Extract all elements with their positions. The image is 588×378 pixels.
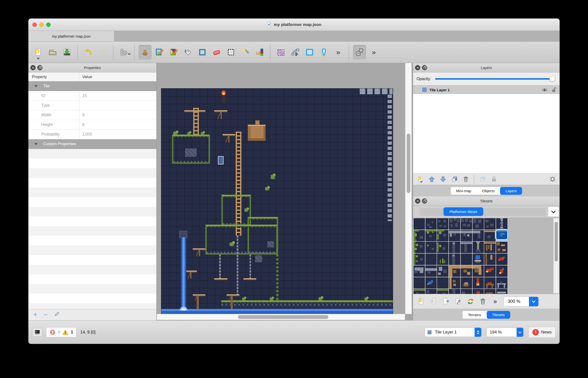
property-row-height[interactable]: Height8 bbox=[28, 120, 156, 130]
message-counters[interactable]: 0 1 bbox=[46, 327, 76, 337]
tool-more[interactable]: » bbox=[332, 45, 345, 59]
zoom-select[interactable]: 194 % bbox=[486, 328, 524, 337]
property-row-probability[interactable]: Probability1,000 bbox=[28, 130, 156, 139]
tileset-tile-20[interactable] bbox=[461, 242, 472, 253]
tileset-tile-54[interactable] bbox=[484, 289, 496, 294]
tileset-tile-52[interactable] bbox=[461, 289, 472, 294]
tool-wang-brush[interactable] bbox=[167, 45, 180, 59]
embed-tileset-button[interactable] bbox=[428, 296, 439, 307]
property-row-id[interactable]: ID15 bbox=[28, 91, 156, 101]
tileset-tile-1[interactable] bbox=[425, 218, 437, 230]
float-panel-icon[interactable] bbox=[422, 65, 427, 70]
tileset-tile-27[interactable] bbox=[449, 254, 460, 265]
tileset-zoom-chevron[interactable] bbox=[529, 297, 538, 306]
tileset-tile-3[interactable] bbox=[449, 218, 460, 230]
tileset-tile-9[interactable] bbox=[425, 230, 437, 241]
tileset-tile-31[interactable] bbox=[496, 254, 507, 265]
minimize-window-button[interactable] bbox=[39, 23, 44, 27]
tileset-tile-43[interactable] bbox=[449, 277, 460, 289]
tileset-tile-45[interactable] bbox=[473, 277, 484, 289]
tool-new-map[interactable] bbox=[32, 45, 45, 59]
property-row-width[interactable]: Width8 bbox=[28, 110, 156, 120]
edit-tileset-button[interactable] bbox=[453, 296, 463, 307]
unlocked-padlock-icon[interactable] bbox=[551, 87, 557, 93]
tileset-scrollbar-thumb[interactable] bbox=[555, 222, 558, 261]
tileset-tile-13[interactable] bbox=[473, 230, 484, 241]
tileset-tile-29[interactable] bbox=[473, 254, 484, 265]
remove-property-button[interactable]: − bbox=[44, 311, 48, 318]
new-tileset-button[interactable] bbox=[416, 296, 426, 307]
tileset-tile-25[interactable] bbox=[425, 254, 437, 265]
property-value[interactable] bbox=[79, 101, 156, 110]
tileset-tile-10[interactable] bbox=[437, 230, 448, 241]
float-panel-icon[interactable] bbox=[422, 198, 427, 204]
tab-layers[interactable]: Layers bbox=[500, 187, 522, 195]
float-panel-icon[interactable] bbox=[37, 65, 42, 70]
tool-bucket[interactable] bbox=[182, 45, 194, 59]
close-panel-icon[interactable]: ✕ bbox=[415, 198, 420, 204]
tileset-tile-6[interactable] bbox=[484, 218, 496, 230]
property-value[interactable]: 8 bbox=[79, 110, 156, 120]
tileset-tile-49[interactable] bbox=[425, 289, 437, 294]
console-toggle-button[interactable] bbox=[32, 328, 42, 336]
toggle-other-layers-button[interactable] bbox=[477, 175, 488, 184]
opacity-slider[interactable] bbox=[435, 76, 555, 82]
tileset-tile-7[interactable] bbox=[496, 218, 507, 230]
tileset-tile-36[interactable] bbox=[461, 265, 472, 277]
tileset-tile-34[interactable] bbox=[437, 265, 448, 277]
layer-select-spinner[interactable] bbox=[475, 328, 481, 337]
tileset-tile-47[interactable] bbox=[496, 277, 507, 289]
tileset-tile-42[interactable] bbox=[437, 277, 448, 289]
tileset-tile-35[interactable] bbox=[449, 265, 460, 277]
title-bar[interactable]: my platformer map.json bbox=[28, 19, 560, 31]
tileset-tab-platformer[interactable]: Platformer tileset bbox=[443, 207, 483, 216]
trash-button[interactable] bbox=[461, 175, 471, 184]
tileset-tile-37[interactable] bbox=[473, 265, 484, 277]
property-value[interactable]: 1,000 bbox=[79, 130, 156, 139]
map-canvas[interactable] bbox=[161, 89, 393, 314]
tab-terrains[interactable]: Terrains bbox=[462, 311, 486, 319]
tileset-tile-32[interactable] bbox=[414, 265, 425, 277]
tileset-tile-24[interactable] bbox=[414, 254, 425, 265]
property-row-type[interactable]: Type bbox=[28, 101, 156, 110]
tileset-zoom-select[interactable]: 300 % bbox=[504, 297, 539, 307]
map-vertical-scrollbar[interactable] bbox=[405, 63, 412, 314]
duplicate-layer-button[interactable] bbox=[449, 175, 460, 184]
tab-mini-map[interactable]: Mini-map bbox=[451, 187, 477, 195]
visibility-eye-icon[interactable] bbox=[542, 87, 547, 93]
tool-open[interactable] bbox=[46, 45, 59, 59]
tileset-tile-2[interactable] bbox=[437, 218, 448, 230]
tab-objects[interactable]: Objects bbox=[477, 187, 500, 195]
layer-row-tile-layer-1[interactable]: Tile Layer 1 bbox=[413, 86, 560, 94]
add-property-button[interactable]: + bbox=[33, 311, 37, 318]
tileset-tile-0[interactable] bbox=[414, 218, 425, 230]
tileset-tile-44[interactable] bbox=[461, 277, 472, 289]
tool-insert-point[interactable] bbox=[317, 45, 330, 59]
tileset-tile-48[interactable] bbox=[414, 289, 425, 294]
close-panel-icon[interactable]: ✕ bbox=[30, 65, 36, 70]
map-horizontal-scrollbar[interactable] bbox=[157, 314, 405, 320]
tileset-tile-53[interactable] bbox=[473, 289, 484, 294]
tileset-tile-4[interactable] bbox=[461, 218, 472, 230]
lock-layer-button[interactable] bbox=[489, 175, 499, 184]
tileset-tile-14[interactable] bbox=[484, 230, 496, 241]
tileset-tile-22[interactable] bbox=[484, 242, 496, 253]
news-button[interactable]: ! News bbox=[528, 327, 556, 338]
refresh-tileset-button[interactable] bbox=[465, 296, 476, 307]
tileset-tile-33[interactable] bbox=[425, 265, 437, 277]
raise-layer-button[interactable] bbox=[426, 175, 437, 184]
more-button[interactable]: » bbox=[490, 296, 501, 307]
tool-select-objects[interactable] bbox=[274, 45, 287, 59]
tileset-scrollbar[interactable] bbox=[553, 218, 559, 293]
tool-save[interactable] bbox=[61, 45, 73, 59]
horizontal-scrollbar-thumb[interactable] bbox=[238, 315, 328, 319]
tileset-tile-28[interactable] bbox=[461, 254, 472, 265]
tileset-tile-8[interactable] bbox=[414, 230, 425, 241]
tileset-dropdown-button[interactable] bbox=[548, 207, 559, 217]
tileset-tile-15[interactable] bbox=[496, 230, 507, 239]
tool-magic-wand[interactable] bbox=[239, 45, 252, 59]
property-value[interactable]: 8 bbox=[79, 120, 156, 129]
tool-dice[interactable] bbox=[353, 45, 366, 59]
tileset-tile-38[interactable] bbox=[484, 265, 496, 277]
tileset-tile-16[interactable] bbox=[414, 242, 425, 253]
